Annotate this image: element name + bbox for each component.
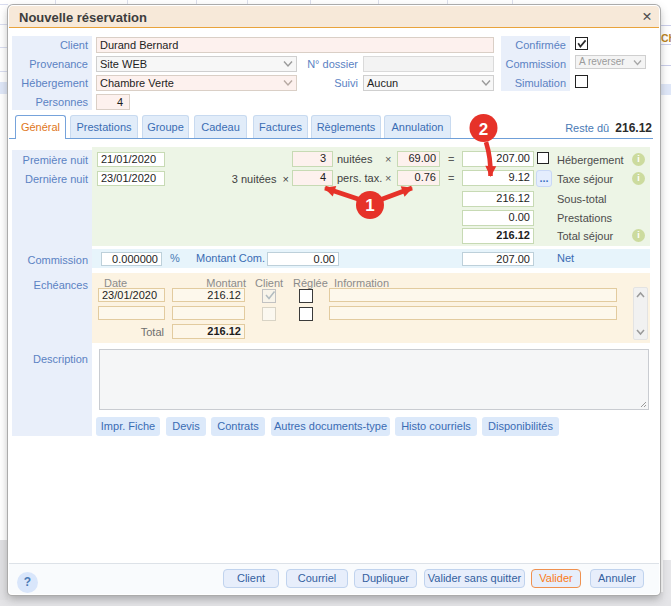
svg-text:2: 2: [479, 120, 488, 139]
svg-text:1: 1: [365, 196, 374, 215]
